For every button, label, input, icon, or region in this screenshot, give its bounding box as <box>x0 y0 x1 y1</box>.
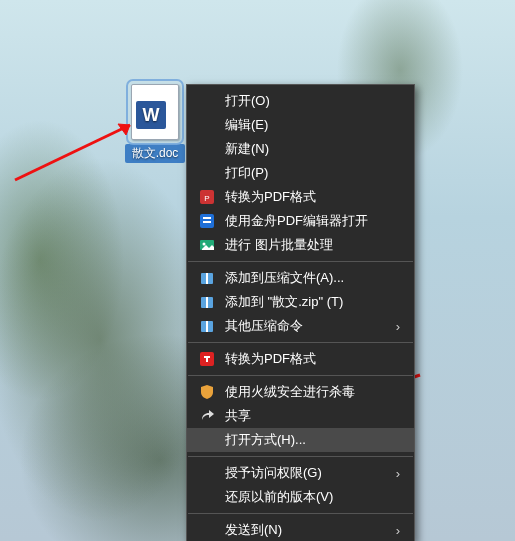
context-menu-item-label: 添加到压缩文件(A)... <box>225 269 390 287</box>
context-menu-item[interactable]: 编辑(E) <box>187 113 414 137</box>
menu-separator <box>188 513 413 514</box>
svg-line-0 <box>15 125 130 180</box>
annotation-arrow-file <box>10 120 160 190</box>
context-menu-item-label: 授予访问权限(G) <box>225 464 390 482</box>
pdf-editor-icon <box>197 213 217 229</box>
context-menu-item[interactable]: 新建(N) <box>187 137 414 161</box>
context-menu-item[interactable]: 授予访问权限(G)› <box>187 461 414 485</box>
context-menu-item-label: 转换为PDF格式 <box>225 188 390 206</box>
svg-rect-14 <box>206 297 208 308</box>
image-batch-icon <box>197 237 217 253</box>
archive-icon <box>197 294 217 310</box>
context-menu-item-label: 进行 图片批量处理 <box>225 236 390 254</box>
menu-separator <box>188 375 413 376</box>
context-menu-item[interactable]: 还原以前的版本(V) <box>187 485 414 509</box>
pdf-red-icon <box>197 351 217 367</box>
context-menu-item-label: 编辑(E) <box>225 116 390 134</box>
submenu-chevron-icon: › <box>390 466 400 481</box>
svg-rect-8 <box>203 221 211 223</box>
context-menu-item[interactable]: 其他压缩命令› <box>187 314 414 338</box>
context-menu-item-label: 添加到 "散文.zip" (T) <box>225 293 390 311</box>
context-menu-item[interactable]: 使用火绒安全进行杀毒 <box>187 380 414 404</box>
svg-point-10 <box>203 243 206 246</box>
menu-separator <box>188 342 413 343</box>
context-menu-item[interactable]: 进行 图片批量处理 <box>187 233 414 257</box>
svg-rect-16 <box>206 321 208 332</box>
context-menu-item[interactable]: 添加到压缩文件(A)... <box>187 266 414 290</box>
shield-icon <box>197 384 217 400</box>
context-menu-item[interactable]: 发送到(N)› <box>187 518 414 541</box>
context-menu-item-label: 还原以前的版本(V) <box>225 488 390 506</box>
context-menu-item-label: 共享 <box>225 407 390 425</box>
context-menu-item[interactable]: 打印(P) <box>187 161 414 185</box>
svg-rect-7 <box>203 217 211 219</box>
context-menu-item-label: 打印(P) <box>225 164 390 182</box>
svg-rect-12 <box>206 273 208 284</box>
context-menu-item-label: 其他压缩命令 <box>225 317 390 335</box>
pdf-icon: P <box>197 189 217 205</box>
context-menu-item-label: 使用火绒安全进行杀毒 <box>225 383 390 401</box>
context-menu-item[interactable]: P转换为PDF格式 <box>187 185 414 209</box>
context-menu-item[interactable]: 转换为PDF格式 <box>187 347 414 371</box>
context-menu-item-label: 打开(O) <box>225 92 390 110</box>
context-menu-item[interactable]: 打开方式(H)... <box>187 428 414 452</box>
archive-icon <box>197 318 217 334</box>
context-menu-item-label: 转换为PDF格式 <box>225 350 390 368</box>
submenu-chevron-icon: › <box>390 523 400 538</box>
menu-separator <box>188 456 413 457</box>
context-menu-item[interactable]: 使用金舟PDF编辑器打开 <box>187 209 414 233</box>
context-menu-item[interactable]: 打开(O) <box>187 89 414 113</box>
context-menu-item-label: 新建(N) <box>225 140 390 158</box>
archive-icon <box>197 270 217 286</box>
context-menu-item[interactable]: 共享 <box>187 404 414 428</box>
context-menu-item-label: 发送到(N) <box>225 521 390 539</box>
context-menu-item[interactable]: 添加到 "散文.zip" (T) <box>187 290 414 314</box>
svg-text:P: P <box>204 194 209 203</box>
menu-separator <box>188 261 413 262</box>
context-menu-item-label: 打开方式(H)... <box>225 431 390 449</box>
file-context-menu: 打开(O)编辑(E)新建(N)打印(P)P转换为PDF格式使用金舟PDF编辑器打… <box>186 84 415 541</box>
context-menu-item-label: 使用金舟PDF编辑器打开 <box>225 212 390 230</box>
share-icon <box>197 408 217 424</box>
submenu-chevron-icon: › <box>390 319 400 334</box>
